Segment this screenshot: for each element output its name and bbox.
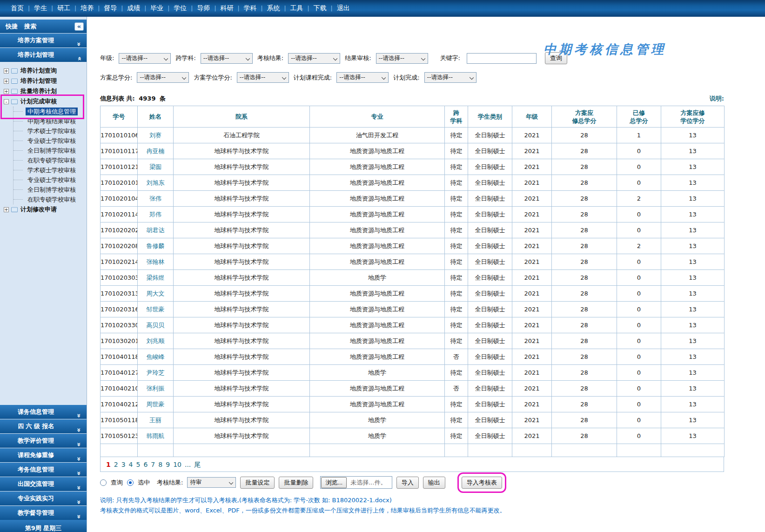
student-name-link[interactable]: 梁炜煜 <box>138 270 174 286</box>
sidebar-section-collapsed[interactable]: 专业实践实习» <box>0 492 87 505</box>
sidebar-tree-node[interactable]: +批量培养计划 <box>4 86 87 96</box>
batch-set-button[interactable]: 批量设定 <box>240 477 275 489</box>
nav-item-7[interactable]: 毕业 <box>146 4 168 13</box>
pagination-last[interactable]: 尾 <box>194 461 201 468</box>
student-name-link[interactable]: 郑伟 <box>138 207 174 222</box>
nav-item-13[interactable]: 工具 <box>286 4 308 13</box>
sidebar-section-collapsed[interactable]: 出国交流管理» <box>0 477 87 491</box>
nav-item-10[interactable]: 科研 <box>216 4 237 13</box>
pagination-page[interactable]: 5 <box>136 461 141 468</box>
filter-select[interactable]: --请选择-- <box>376 53 428 64</box>
student-name-link[interactable]: 张翰林 <box>138 254 174 270</box>
keyword-input[interactable] <box>467 53 537 64</box>
student-name-link[interactable]: 胡君达 <box>138 222 174 238</box>
filter-select[interactable]: --请选择-- <box>119 53 171 64</box>
sidebar-section-collapsed[interactable]: 四 六 级 报名» <box>0 419 87 433</box>
sidebar-tree-item[interactable]: 专业硕士学院审核 <box>13 136 87 146</box>
pagination-page[interactable]: 4 <box>129 461 133 468</box>
filter-select[interactable]: --请选择-- <box>237 72 289 83</box>
pagination-page[interactable]: 7 <box>151 461 155 468</box>
nav-item-9[interactable]: 导师 <box>193 4 214 13</box>
quick-menu[interactable]: 快捷 <box>6 22 18 31</box>
student-name-link[interactable]: 韩雨航 <box>138 428 174 444</box>
expand-box-icon[interactable]: + <box>4 207 9 212</box>
pagination-page[interactable]: 9 <box>166 461 170 468</box>
student-name-link[interactable]: 张利振 <box>138 381 174 397</box>
student-name-link[interactable]: 鲁修麟 <box>138 238 174 254</box>
sidebar-section-expanded[interactable]: 培养计划管理» <box>0 48 87 62</box>
pagination-page[interactable]: 3 <box>121 461 126 468</box>
pagination-page[interactable]: 8 <box>158 461 162 468</box>
filter-select[interactable]: --请选择-- <box>137 72 189 83</box>
batch-delete-button[interactable]: 批量删除 <box>279 477 313 489</box>
sidebar-tree-item[interactable]: 全日制博学校审核 <box>13 185 87 195</box>
nav-item-12[interactable]: 系统 <box>263 4 284 13</box>
nav-item-6[interactable]: 成绩 <box>123 4 144 13</box>
sidebar-tree-item[interactable]: 在职专硕学校审核 <box>13 195 87 204</box>
sidebar-tree-item[interactable]: 中期考核结果审核 <box>13 116 87 126</box>
expand-box-icon[interactable]: + <box>4 68 9 74</box>
pagination-page-current[interactable]: 1 <box>106 461 111 468</box>
student-name-link[interactable]: 邹世豪 <box>138 302 174 317</box>
nav-item-4[interactable]: 培养 <box>76 4 98 13</box>
filter-select[interactable]: --请选择-- <box>424 72 476 83</box>
import-assessment-form-button[interactable]: 导入考核表 <box>462 477 502 489</box>
radio-query[interactable] <box>100 479 107 486</box>
radio-selected[interactable] <box>127 479 134 486</box>
result-select[interactable]: 待审 <box>187 477 236 488</box>
sidebar-tree-item[interactable]: 专业硕士学校审核 <box>13 175 87 185</box>
pagination-page[interactable]: 10 <box>173 461 181 468</box>
sidebar-section-collapsed[interactable]: 教学督导管理» <box>0 506 87 520</box>
browse-button[interactable]: 浏览... <box>321 477 347 488</box>
import-button[interactable]: 导入 <box>396 477 419 489</box>
file-input[interactable]: 浏览... 未选择...件。 <box>320 476 392 489</box>
sidebar-section-collapsed[interactable]: 培养方案管理» <box>0 34 87 47</box>
sidebar-tree-node[interactable]: +计划修改申请 <box>4 204 87 215</box>
expand-box-icon[interactable]: + <box>4 89 9 94</box>
sidebar-collapse-button[interactable]: « <box>74 22 84 31</box>
nav-item-2[interactable]: 学生 <box>30 4 51 13</box>
student-name-link[interactable]: 张伟 <box>138 191 174 207</box>
nav-item-3[interactable]: 研工 <box>53 4 74 13</box>
student-name-link[interactable]: 王丽 <box>138 412 174 428</box>
student-name-link[interactable]: 周世豪 <box>138 397 174 412</box>
filter-select[interactable]: --请选择-- <box>201 53 253 64</box>
expand-box-icon[interactable]: + <box>4 79 9 84</box>
filter-select[interactable]: --请选择-- <box>336 72 389 83</box>
nav-item-14[interactable]: 下载 <box>309 4 331 13</box>
pagination-page[interactable]: 6 <box>143 461 148 468</box>
sidebar-tree-item[interactable]: 中期考核信息管理 <box>13 107 87 116</box>
nav-item-11[interactable]: 学科 <box>239 4 261 13</box>
student-name-link[interactable]: 刘赛 <box>138 128 174 143</box>
nav-item-8[interactable]: 学位 <box>169 4 191 13</box>
student-name-link[interactable]: 高贝贝 <box>138 317 174 333</box>
pagination-page[interactable]: 2 <box>114 461 118 468</box>
nav-item-1[interactable]: 首页 <box>7 4 28 13</box>
sidebar-tree-node[interactable]: +培养计划管理 <box>4 76 87 86</box>
student-name-link[interactable]: 周大文 <box>138 286 174 302</box>
sidebar-tree-item[interactable]: 在职专硕学院审核 <box>13 155 87 165</box>
nav-item-5[interactable]: 督导 <box>100 4 121 13</box>
student-name-link[interactable]: 梁圆 <box>138 159 174 175</box>
sidebar-section-collapsed[interactable]: 教学评价管理» <box>0 434 87 448</box>
sidebar-tree-node[interactable]: -计划完成审核 <box>4 96 87 107</box>
sidebar-section-collapsed[interactable]: 课程免修重修» <box>0 448 87 462</box>
sidebar-section-collapsed[interactable]: 课务信息管理» <box>0 405 87 419</box>
student-name-link[interactable]: 冉亚楠 <box>138 143 174 159</box>
student-name-link[interactable]: 刘兆顺 <box>138 333 174 349</box>
student-name-link[interactable]: 刘旭东 <box>138 175 174 191</box>
table-cell: 28 <box>552 317 617 333</box>
student-name-link[interactable]: 焦峻峰 <box>138 349 174 365</box>
sidebar-tree-item[interactable]: 全日制博学院审核 <box>13 146 87 155</box>
nav-item-15[interactable]: 退出 <box>333 4 354 13</box>
sidebar-tree-item[interactable]: 学术硕士学院审核 <box>13 126 87 136</box>
student-name-link[interactable]: 尹玲芝 <box>138 365 174 381</box>
sidebar-tree-item[interactable]: 学术硕士学校审核 <box>13 165 87 175</box>
collapse-box-icon[interactable]: - <box>4 99 9 104</box>
search-menu[interactable]: 搜索 <box>24 22 36 31</box>
filter-select[interactable]: --请选择-- <box>288 53 340 64</box>
export-button[interactable]: 输出 <box>423 477 445 489</box>
sidebar-tree-node[interactable]: +培养计划查询 <box>4 66 87 76</box>
table-cell: 待定 <box>445 159 468 175</box>
sidebar-section-collapsed[interactable]: 考务信息管理» <box>0 463 87 477</box>
